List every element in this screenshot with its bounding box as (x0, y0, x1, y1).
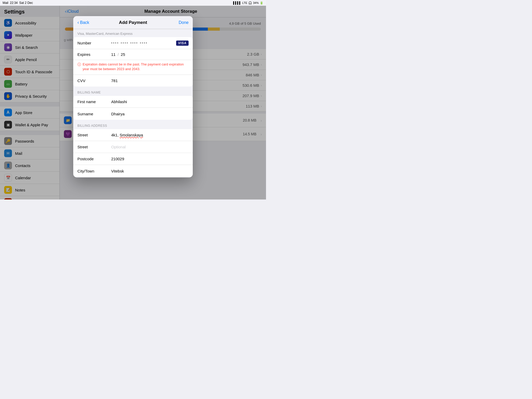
modal-title: Add Payment (105, 20, 161, 25)
city-label: City/Town (77, 169, 111, 173)
card-number-label: Number (77, 41, 111, 45)
street2-label: Street (77, 145, 111, 149)
expires-month: 11 (111, 52, 116, 57)
cvv-label: CVV (77, 78, 111, 83)
first-name-label: First name (77, 99, 111, 104)
card-number-value: •••• •••• •••• •••• (111, 41, 176, 45)
card-number-row[interactable]: Number •••• •••• •••• •••• VISA (73, 37, 193, 49)
modal-body: Visa, MasterCard, American Express Numbe… (73, 29, 193, 177)
city-value: Vitebsk (111, 169, 189, 173)
expires-year: 25 (121, 52, 125, 57)
expires-row[interactable]: Expires 11 / 25 (73, 49, 193, 60)
modal-overlay: ‹ Back Add Payment Done Visa, MasterCard… (0, 6, 266, 200)
chevron-left-icon: ‹ (77, 20, 79, 25)
cvv-value: 781 (111, 78, 189, 83)
expiration-error-message: Expiration dates cannot be in the past. … (83, 62, 189, 71)
street-value: 4k1, Smolanskaya (111, 133, 189, 137)
modal-header: ‹ Back Add Payment Done (73, 16, 193, 29)
modal-done-button[interactable]: Done (161, 20, 189, 25)
street2-placeholder: Optional (111, 145, 189, 149)
expiration-error-row: ⓘ Expiration dates cannot be in the past… (73, 60, 193, 75)
billing-address-header: BILLING ADDRESS (73, 120, 193, 129)
time-label: 22:34 (10, 1, 18, 5)
error-icon: ⓘ (77, 62, 81, 67)
street2-row[interactable]: Street Optional (73, 141, 193, 153)
street-row[interactable]: Street 4k1, Smolanskaya (73, 129, 193, 141)
city-row[interactable]: City/Town Vitebsk (73, 165, 193, 177)
modal-back-button[interactable]: ‹ Back (77, 20, 105, 25)
billing-name-section: First name Abhilashi Surname Dhairya (73, 96, 193, 120)
street-label: Street (77, 133, 111, 137)
status-bar: Mail 22:34 Sat 2 Dec ▌▌▌▌ LTE 🎧 34% 🔋 (0, 0, 266, 6)
billing-address-section: Street 4k1, Smolanskaya Street Optional … (73, 129, 193, 177)
postcode-value: 210029 (111, 157, 189, 161)
smolanskaya-text: Smolanskaya (120, 133, 143, 137)
expires-sep: / (118, 52, 119, 57)
network-label: LTE (242, 1, 247, 4)
modal-back-label: Back (80, 20, 89, 25)
first-name-row[interactable]: First name Abhilashi (73, 96, 193, 108)
battery-icon: 🔋 (260, 1, 263, 5)
carrier-label: Mail (3, 1, 8, 5)
date-label: Sat 2 Dec (19, 1, 33, 5)
cvv-row[interactable]: CVV 781 (73, 75, 193, 87)
card-subtitle: Visa, MasterCard, American Express (73, 29, 193, 37)
surname-row[interactable]: Surname Dhairya (73, 108, 193, 120)
headphones-icon: 🎧 (248, 1, 252, 5)
postcode-label: Postcode (77, 157, 111, 161)
postcode-row[interactable]: Postcode 210029 (73, 153, 193, 165)
first-name-value: Abhilashi (111, 99, 189, 104)
card-info-section: Number •••• •••• •••• •••• VISA Expires … (73, 37, 193, 87)
signal-icon: ▌▌▌▌ (233, 1, 241, 4)
expires-label: Expires (77, 52, 111, 57)
add-payment-modal: ‹ Back Add Payment Done Visa, MasterCard… (73, 16, 193, 177)
surname-value: Dhairya (111, 112, 189, 116)
billing-name-header: BILLING NAME (73, 87, 193, 96)
surname-label: Surname (77, 112, 111, 116)
visa-badge: VISA (176, 41, 189, 46)
battery-label: 34% (253, 1, 259, 4)
